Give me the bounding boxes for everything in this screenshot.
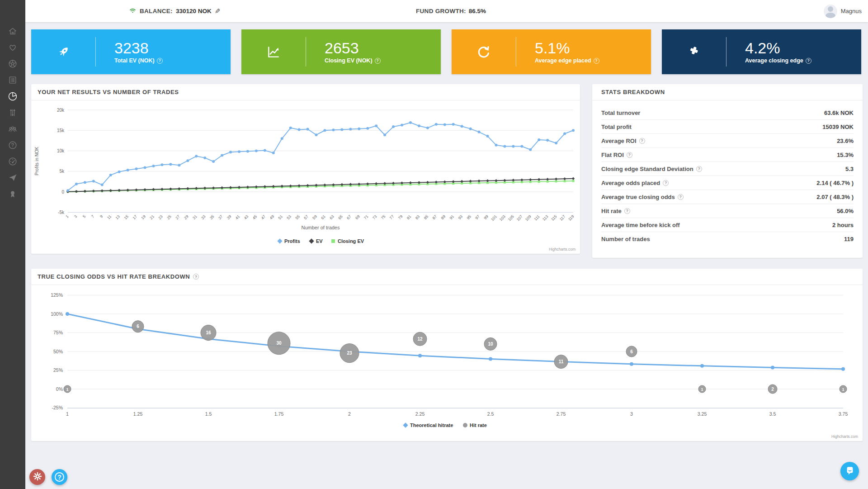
svg-text:3.75: 3.75 <box>839 411 848 417</box>
stat-label: Closing edge Standard Deviation <box>601 166 693 172</box>
svg-text:119: 119 <box>567 214 575 222</box>
svg-text:12: 12 <box>417 337 423 342</box>
svg-text:6: 6 <box>137 324 139 329</box>
svg-text:2.75: 2.75 <box>557 411 566 417</box>
svg-text:63: 63 <box>329 214 335 220</box>
svg-text:107: 107 <box>516 214 524 222</box>
svg-text:71: 71 <box>363 214 369 220</box>
sidebar-item-sports[interactable] <box>0 57 25 73</box>
legend-item[interactable]: Hit rate <box>463 423 487 428</box>
info-icon[interactable] <box>375 58 381 64</box>
svg-text:39: 39 <box>226 214 232 220</box>
stat-value: 2.14 ( 46.7% ) <box>816 180 854 186</box>
svg-text:5: 5 <box>82 214 87 219</box>
pie-chart-icon <box>7 91 18 104</box>
svg-text:37: 37 <box>217 214 224 220</box>
legend-item[interactable]: Closing EV <box>331 238 364 244</box>
legend-item[interactable]: Profits <box>277 238 300 244</box>
stat-value: 5.3 <box>845 166 854 172</box>
stats-row: Total turnover63.6k NOK <box>601 106 854 120</box>
stats-row: Average time before kick off2 hours <box>601 218 854 232</box>
fund-growth-label: FUND GROWTH: <box>416 8 466 14</box>
svg-text:117: 117 <box>559 214 566 222</box>
legend-item[interactable]: Theoretical hitrate <box>403 423 453 428</box>
help-circle-icon <box>8 140 18 152</box>
sliders-icon <box>8 108 18 119</box>
svg-text:23: 23 <box>347 351 352 356</box>
balance-value: 330120 NOK <box>176 8 212 14</box>
stats-breakdown-title: STATS BREAKDOWN <box>592 84 863 100</box>
stats-row: Number of trades119 <box>601 232 854 246</box>
sidebar-item-performance[interactable] <box>0 154 25 171</box>
stats-row: Closing edge Standard Deviation5.3 <box>601 162 854 176</box>
user-menu[interactable]: Magnus <box>824 0 862 22</box>
sidebar-item-favorites[interactable] <box>0 40 25 57</box>
signal-icon <box>129 7 137 16</box>
paper-plane-icon <box>8 173 18 185</box>
info-icon[interactable] <box>157 58 163 64</box>
stat-value: 23.6% <box>837 138 854 144</box>
sidebar-item-filters[interactable] <box>0 105 25 122</box>
svg-text:7: 7 <box>90 214 95 219</box>
svg-text:97: 97 <box>474 214 481 220</box>
chat-bubble-icon <box>845 465 855 477</box>
card-avg-edge-placed: 5.1% Average edge placed <box>452 29 651 74</box>
svg-text:27: 27 <box>175 214 181 220</box>
svg-text:10k: 10k <box>57 148 65 153</box>
football-icon <box>8 59 18 71</box>
svg-text:83: 83 <box>415 214 421 220</box>
stat-label: Average odds placed <box>601 180 660 186</box>
chat-button[interactable] <box>840 462 859 480</box>
info-icon[interactable] <box>678 194 684 200</box>
edit-balance-icon[interactable]: ✎ <box>215 7 221 15</box>
stat-value: 63.6k NOK <box>824 109 854 116</box>
svg-text:55: 55 <box>294 214 301 220</box>
svg-text:1.75: 1.75 <box>274 411 284 417</box>
highcharts-credit[interactable]: Highcharts.com <box>831 434 858 439</box>
svg-text:5k: 5k <box>59 169 65 174</box>
sidebar-item-share[interactable] <box>0 171 25 187</box>
stat-label: Average time before kick off <box>601 222 680 228</box>
svg-text:101: 101 <box>490 214 498 222</box>
stats-row: Flat ROI15.3% <box>601 148 854 162</box>
sidebar-item-help[interactable] <box>0 138 25 154</box>
stat-label: Flat ROI <box>601 152 624 158</box>
svg-text:16: 16 <box>206 330 211 335</box>
question-icon: ? <box>55 472 64 482</box>
info-icon[interactable] <box>627 152 632 158</box>
sidebar-item-trades-list[interactable] <box>0 73 25 89</box>
svg-text:3: 3 <box>630 411 633 417</box>
sidebar-item-home[interactable] <box>0 24 25 40</box>
stat-label: Number of trades <box>601 236 650 242</box>
info-icon[interactable] <box>639 138 645 144</box>
svg-text:1: 1 <box>66 387 68 392</box>
info-icon[interactable] <box>193 274 199 280</box>
svg-text:109: 109 <box>524 214 532 222</box>
svg-text:29: 29 <box>183 214 189 220</box>
info-icon[interactable] <box>594 58 599 64</box>
home-icon <box>8 26 18 38</box>
svg-text:77: 77 <box>389 214 395 220</box>
highcharts-credit[interactable]: Highcharts.com <box>549 247 576 252</box>
svg-text:20k: 20k <box>57 108 65 113</box>
sidebar-item-awards[interactable] <box>0 187 25 203</box>
people-icon <box>8 124 18 136</box>
trend-icon <box>241 29 306 74</box>
stat-value: 15039 NOK <box>822 123 854 130</box>
info-icon[interactable] <box>663 180 669 186</box>
balance-label: BALANCE: <box>140 8 173 14</box>
avg-edge-placed-value: 5.1% <box>535 40 599 56</box>
svg-text:75: 75 <box>380 214 387 220</box>
avatar <box>824 5 837 18</box>
avg-edge-placed-label: Average edge placed <box>535 57 591 64</box>
info-icon[interactable] <box>696 166 702 172</box>
refresh-icon <box>452 29 516 74</box>
settings-button[interactable] <box>29 469 45 485</box>
sidebar-item-community[interactable] <box>0 122 25 138</box>
help-button[interactable]: ? <box>52 469 67 485</box>
info-icon[interactable] <box>806 58 811 64</box>
info-icon[interactable] <box>624 208 630 214</box>
legend-item[interactable]: EV <box>309 238 323 244</box>
svg-text:85: 85 <box>423 214 429 220</box>
sidebar-item-stats[interactable] <box>0 89 25 105</box>
